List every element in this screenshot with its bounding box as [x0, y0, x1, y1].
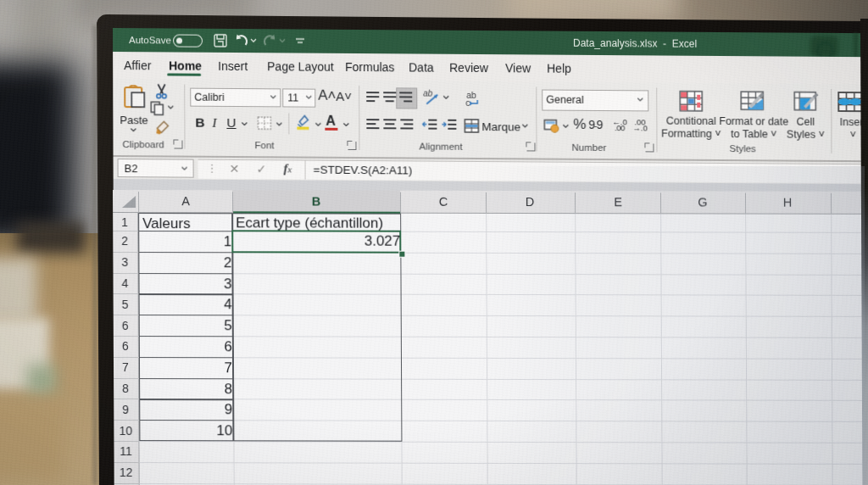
svg-text:ab: ab [423, 89, 433, 98]
svg-text:c: c [465, 98, 470, 108]
